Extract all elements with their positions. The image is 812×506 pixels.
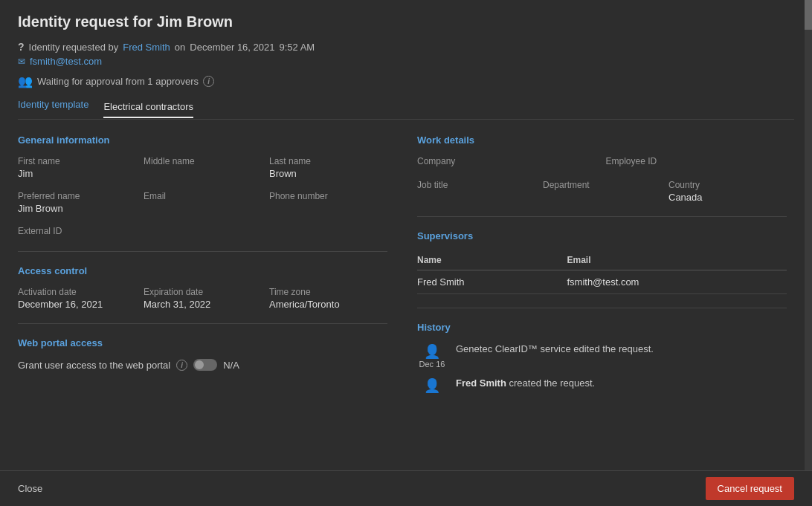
divider-4 — [417, 308, 787, 308]
users-icon: 👥 — [18, 74, 33, 88]
list-item: 👤 Dec 16 Genetec ClearID™ service edited… — [417, 343, 787, 369]
access-control-fields: Activation date December 16, 2021 Expira… — [18, 287, 387, 310]
country-value: Canada — [668, 192, 787, 203]
history-actor: Fred Smith — [456, 377, 506, 389]
general-info-title: General information — [18, 134, 387, 146]
list-item: 👤 Fred Smith created the request. — [417, 377, 787, 394]
work-details-title: Work details — [417, 134, 787, 146]
on-label: on — [175, 42, 185, 53]
requester-name-link[interactable]: Fred Smith — [123, 42, 170, 53]
email-row: ✉ fsmith@test.com — [18, 56, 794, 67]
history-text-2: Fred Smith created the request. — [456, 377, 595, 389]
web-portal-row: Grant user access to the web portal i N/… — [18, 359, 387, 371]
web-portal-info-icon[interactable]: i — [176, 360, 187, 371]
field-preferred-name: Preferred name Jim Brown — [18, 191, 136, 214]
table-row: Fred Smith fsmith@test.com — [417, 270, 787, 294]
time-zone-value: America/Toronto — [269, 299, 387, 310]
field-last-name: Last name Brown — [269, 156, 387, 179]
web-portal-toggle[interactable] — [193, 359, 217, 371]
last-name-label: Last name — [269, 156, 387, 166]
preferred-name-value: Jim Brown — [18, 203, 136, 214]
first-name-label: First name — [18, 156, 136, 166]
right-col: Work details Company Employee ID Job tit… — [417, 134, 794, 403]
field-email: Email — [144, 191, 262, 214]
web-portal-value: N/A — [223, 360, 239, 371]
divider-2 — [18, 323, 387, 324]
supervisor-email: fsmith@test.com — [567, 270, 787, 294]
department-label: Department — [543, 180, 661, 190]
tab-identity-template[interactable]: Identity template — [18, 99, 88, 113]
field-employee-id: Employee ID — [606, 156, 787, 168]
country-label: Country — [668, 180, 787, 190]
scrollbar-thumb[interactable] — [805, 0, 812, 30]
company-label: Company — [417, 156, 599, 166]
activation-date-label: Activation date — [18, 287, 136, 297]
supervisors-col-name: Name — [417, 252, 567, 270]
person-add-icon: 👤 — [424, 377, 440, 394]
work-details-fields-row2: Job title Department Country Canada — [417, 180, 787, 203]
general-info-fields-row3: External ID — [18, 226, 387, 238]
field-phone: Phone number — [269, 191, 387, 214]
divider-1 — [18, 251, 387, 252]
divider-3 — [417, 216, 787, 217]
meta-requested-by-row: ? Identity requested by Fred Smith on De… — [18, 41, 794, 53]
first-name-value: Jim — [18, 168, 136, 179]
request-time: 9:52 AM — [280, 42, 315, 53]
phone-label: Phone number — [269, 191, 387, 201]
time-zone-label: Time zone — [269, 287, 387, 297]
identity-requested-label: Identity requested by — [29, 42, 119, 53]
access-control-title: Access control — [18, 265, 387, 276]
field-country: Country Canada — [668, 180, 787, 203]
question-icon: ? — [18, 41, 25, 53]
email-label: Email — [144, 191, 262, 201]
web-portal-title: Web portal access — [18, 337, 387, 348]
history-title: History — [417, 322, 787, 333]
field-expiration-date: Expiration date March 31, 2022 — [144, 287, 262, 310]
job-title-label: Job title — [417, 180, 535, 190]
approval-row: 👥 Waiting for approval from 1 approvers … — [18, 74, 794, 88]
middle-name-label: Middle name — [144, 156, 262, 166]
content-area: Identity request for Jim Brown ? Identit… — [0, 0, 812, 470]
left-col: General information First name Jim Middl… — [18, 134, 395, 403]
external-id-label: External ID — [18, 226, 387, 236]
supervisors-table: Name Email Fred Smith fsmith@test.com — [417, 252, 787, 294]
field-activation-date: Activation date December 16, 2021 — [18, 287, 136, 310]
supervisors-title: Supervisors — [417, 230, 787, 241]
footer-bar: Close Cancel request — [0, 470, 812, 506]
work-details-fields-row1: Company Employee ID — [417, 156, 787, 168]
expiration-date-label: Expiration date — [144, 287, 262, 297]
field-first-name: First name Jim — [18, 156, 136, 179]
field-department: Department — [543, 180, 661, 203]
close-button[interactable]: Close — [18, 483, 42, 494]
page-title: Identity request for Jim Brown — [18, 13, 794, 30]
request-date: December 16, 2021 — [190, 42, 274, 53]
history-section: 👤 Dec 16 Genetec ClearID™ service edited… — [417, 343, 787, 394]
history-date-1: Dec 16 — [419, 360, 445, 369]
field-external-id: External ID — [18, 226, 387, 238]
person-edit-icon: 👤 — [424, 343, 440, 360]
approval-info-icon[interactable]: i — [203, 76, 214, 87]
preferred-name-label: Preferred name — [18, 191, 136, 201]
requester-email-link[interactable]: fsmith@test.com — [30, 56, 102, 67]
last-name-value: Brown — [269, 168, 387, 179]
envelope-icon: ✉ — [18, 56, 25, 67]
general-info-fields-row2: Preferred name Jim Brown Email Phone num… — [18, 191, 387, 214]
general-info-fields-row1: First name Jim Middle name Last name Bro… — [18, 156, 387, 179]
expiration-date-value: March 31, 2022 — [144, 299, 262, 310]
supervisor-name: Fred Smith — [417, 270, 567, 294]
employee-id-label: Employee ID — [606, 156, 787, 166]
activation-date-value: December 16, 2021 — [18, 299, 136, 310]
approval-text: Waiting for approval from 1 approvers — [37, 76, 199, 87]
scrollbar[interactable] — [805, 0, 812, 470]
supervisors-col-email: Email — [567, 252, 787, 270]
two-col-layout: General information First name Jim Middl… — [18, 134, 794, 403]
main-container: Identity request for Jim Brown ? Identit… — [0, 0, 812, 506]
field-job-title: Job title — [417, 180, 535, 203]
cancel-request-button[interactable]: Cancel request — [706, 477, 794, 500]
field-time-zone: Time zone America/Toronto — [269, 287, 387, 310]
history-action: created the request. — [506, 377, 595, 389]
web-portal-label: Grant user access to the web portal — [18, 360, 170, 371]
history-text-1: Genetec ClearID™ service edited the requ… — [456, 343, 654, 354]
tab-electrical-contractors[interactable]: Electrical contractors — [103, 101, 193, 118]
section-tabs: Identity template Electrical contractors — [18, 99, 794, 120]
